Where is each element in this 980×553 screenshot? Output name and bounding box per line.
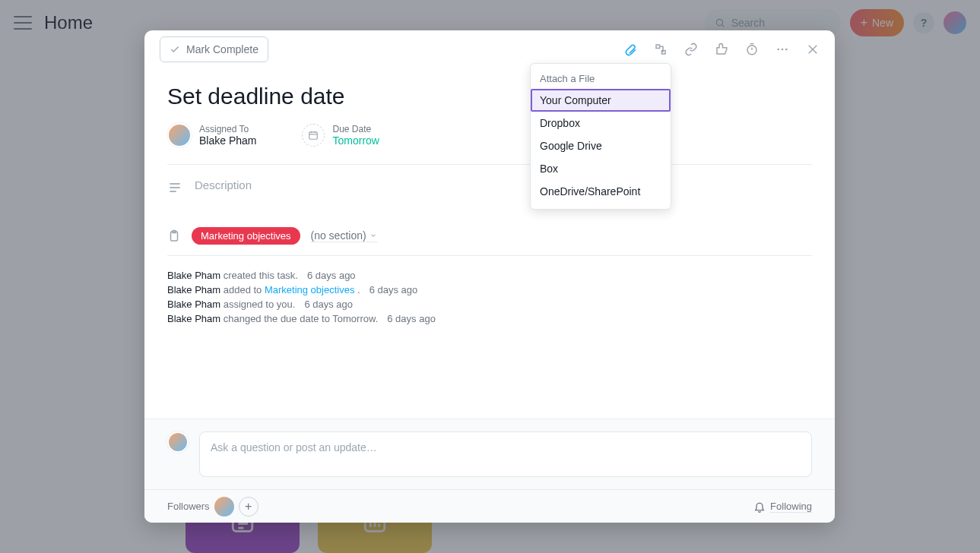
divider	[167, 164, 812, 165]
due-date-value: Tomorrow	[332, 134, 379, 147]
modal-body: Set deadline date Assigned To Blake Pham…	[144, 68, 835, 419]
modal-footer: Followers + Following	[144, 489, 835, 523]
svg-point-13	[777, 48, 779, 50]
svg-rect-18	[309, 132, 318, 139]
comment-input[interactable]: Ask a question or post an update…	[199, 431, 812, 477]
check-icon	[170, 44, 180, 55]
description-icon	[167, 180, 182, 195]
dropdown-header: Attach a File	[531, 70, 671, 89]
task-modal: Mark Complete	[144, 30, 835, 523]
activity-log: Blake Pham created this task.6 days agoB…	[167, 270, 812, 324]
task-title[interactable]: Set deadline date	[167, 84, 812, 109]
assignee-avatar	[167, 123, 192, 147]
dropdown-item[interactable]: OneDrive/SharePoint	[531, 180, 671, 203]
assignee-block[interactable]: Assigned To Blake Pham	[167, 123, 256, 147]
svg-point-14	[782, 48, 784, 50]
assigned-to-label: Assigned To	[199, 124, 256, 134]
activity-item: Blake Pham created this task.6 days ago	[167, 270, 812, 281]
timer-icon[interactable]	[745, 43, 759, 56]
svg-point-15	[785, 48, 788, 50]
following-toggle[interactable]: Following	[770, 501, 812, 513]
divider	[167, 255, 812, 256]
like-icon[interactable]	[715, 43, 728, 56]
description-row[interactable]: Description	[167, 179, 812, 220]
calendar-icon	[302, 124, 325, 147]
activity-item: Blake Pham added to Marketing objectives…	[167, 284, 812, 295]
link-icon[interactable]	[684, 43, 698, 56]
dropdown-item[interactable]: Box	[531, 157, 671, 180]
chevron-down-icon	[369, 232, 377, 239]
assignee-name: Blake Pham	[199, 134, 256, 147]
subtask-icon[interactable]	[654, 43, 668, 56]
project-row: Marketing objectives (no section)	[167, 227, 812, 245]
mark-complete-button[interactable]: Mark Complete	[160, 36, 268, 62]
section-label: (no section)	[311, 229, 366, 242]
due-date-label: Due Date	[332, 124, 379, 134]
clipboard-icon	[167, 229, 181, 243]
comment-placeholder: Ask a question or post an update…	[211, 441, 377, 453]
meta-row: Assigned To Blake Pham Due Date Tomorrow	[167, 123, 812, 147]
attach-dropdown: Attach a File Your ComputerDropboxGoogle…	[530, 63, 671, 210]
follower-avatar[interactable]	[214, 497, 234, 517]
mark-complete-label: Mark Complete	[186, 43, 258, 55]
section-selector[interactable]: (no section)	[311, 229, 377, 242]
header-icon-row	[623, 43, 820, 56]
dropdown-item[interactable]: Your Computer	[531, 89, 671, 112]
comment-avatar	[167, 431, 189, 453]
add-follower-button[interactable]: +	[239, 497, 258, 517]
comment-area: Ask a question or post an update…	[144, 419, 835, 489]
bell-icon	[753, 501, 766, 513]
attach-icon[interactable]	[623, 43, 637, 56]
activity-item: Blake Pham assigned to you.6 days ago	[167, 299, 812, 310]
more-icon[interactable]	[775, 43, 789, 56]
dropdown-item[interactable]: Dropbox	[531, 112, 671, 134]
due-date-block[interactable]: Due Date Tomorrow	[302, 123, 379, 147]
modal-header: Mark Complete	[144, 30, 835, 68]
dropdown-item[interactable]: Google Drive	[531, 134, 671, 157]
followers-label: Followers	[167, 501, 210, 512]
activity-item: Blake Pham changed the due date to Tomor…	[167, 313, 812, 324]
description-placeholder: Description	[195, 179, 252, 191]
close-icon[interactable]	[806, 43, 820, 56]
project-tag[interactable]: Marketing objectives	[192, 227, 300, 245]
